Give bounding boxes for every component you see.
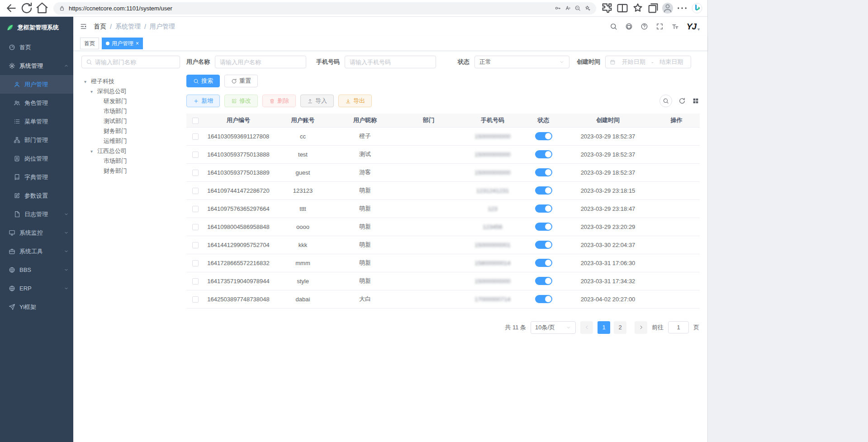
extensions-icon[interactable] xyxy=(601,2,613,14)
dept-search-field[interactable] xyxy=(95,59,175,66)
tree-expand-icon[interactable]: ▾ xyxy=(90,89,97,94)
help-icon[interactable] xyxy=(640,23,648,30)
home-icon[interactable] xyxy=(35,2,49,14)
user-avatar[interactable]: YJ ▾ xyxy=(687,22,699,32)
date-range-picker[interactable]: 开始日期 - 结束日期 xyxy=(605,56,691,68)
status-toggle[interactable] xyxy=(535,150,552,158)
github-icon[interactable] xyxy=(625,23,633,30)
reset-button[interactable]: 重置 xyxy=(224,75,258,87)
refresh-icon[interactable] xyxy=(20,2,33,14)
tab-用户管理[interactable]: 用户管理× xyxy=(102,38,143,49)
phone-input[interactable] xyxy=(345,56,436,68)
page-size-select[interactable]: 10条/页 xyxy=(531,321,576,334)
tree-node[interactable]: 财务部门 xyxy=(81,166,180,176)
row-checkbox[interactable] xyxy=(192,206,199,212)
zoom-icon[interactable] xyxy=(574,5,581,11)
password-key-icon[interactable] xyxy=(555,5,561,11)
sidebar-item-monitor[interactable]: 系统监控 xyxy=(0,223,73,242)
import-button[interactable]: 导入 xyxy=(300,95,334,107)
phone-field[interactable] xyxy=(350,59,431,66)
delete-button[interactable]: 删除 xyxy=(262,95,296,107)
refresh-table-icon[interactable] xyxy=(678,97,686,105)
columns-grid-icon[interactable] xyxy=(692,97,699,105)
page-button-2[interactable]: 2 xyxy=(614,321,626,334)
sidebar-item-dept[interactable]: 部门管理 xyxy=(0,131,73,149)
status-select[interactable]: 正常 xyxy=(474,56,569,68)
sidebar-item-erp[interactable]: ERP xyxy=(0,279,73,298)
tab-close-icon[interactable]: × xyxy=(136,40,139,47)
status-toggle[interactable] xyxy=(535,132,552,140)
sidebar-item-menu[interactable]: 菜单管理 xyxy=(0,112,73,131)
prev-page-icon[interactable] xyxy=(580,321,593,334)
dept-search-input[interactable] xyxy=(81,56,180,68)
status-toggle[interactable] xyxy=(535,259,552,267)
row-checkbox[interactable] xyxy=(192,152,199,158)
row-checkbox[interactable] xyxy=(192,224,199,230)
row-checkbox[interactable] xyxy=(192,278,199,285)
add-button[interactable]: 新增 xyxy=(186,95,220,107)
toggle-search-icon[interactable] xyxy=(659,95,672,107)
tree-expand-icon[interactable]: ▾ xyxy=(90,149,97,154)
tree-node[interactable]: ▾橙子科技 xyxy=(81,76,180,86)
tree-expand-icon[interactable]: ▾ xyxy=(84,79,91,84)
sidebar-item-bbs[interactable]: BBS xyxy=(0,261,73,279)
status-toggle[interactable] xyxy=(535,204,552,213)
sidebar-item-param[interactable]: 参数设置 xyxy=(0,186,73,205)
export-button[interactable]: 导出 xyxy=(338,95,372,107)
sidebar-item-system[interactable]: 系统管理 xyxy=(0,57,73,75)
address-bar[interactable]: https://ccnetcore.com:1101/system/user xyxy=(53,2,596,14)
search-icon[interactable] xyxy=(610,23,617,30)
tree-node[interactable]: ▾深圳总公司 xyxy=(81,86,180,96)
breadcrumb-item[interactable]: 首页 xyxy=(94,23,106,31)
row-checkbox[interactable] xyxy=(192,296,199,303)
tree-node[interactable]: 运维部门 xyxy=(81,136,180,146)
sidebar-item-yi-frame[interactable]: Yi框架 xyxy=(0,298,73,316)
collections-icon[interactable] xyxy=(647,2,659,14)
fullscreen-icon[interactable] xyxy=(656,23,664,30)
split-screen-icon[interactable] xyxy=(616,2,629,14)
tree-node[interactable]: 市场部门 xyxy=(81,106,180,116)
row-checkbox[interactable] xyxy=(192,260,199,266)
sidebar-item-dict[interactable]: 字典管理 xyxy=(0,168,73,186)
tree-node[interactable]: 测试部门 xyxy=(81,116,180,126)
sidebar-item-user[interactable]: 用户管理 xyxy=(0,75,73,94)
search-button[interactable]: 搜索 xyxy=(186,75,220,87)
sidebar-item-log[interactable]: 日志管理 xyxy=(0,205,73,223)
select-all-checkbox[interactable] xyxy=(192,118,199,124)
bing-chat-icon[interactable] xyxy=(691,2,703,14)
add-favorite-icon[interactable] xyxy=(584,5,591,11)
back-icon[interactable] xyxy=(5,2,18,14)
username-input[interactable] xyxy=(215,56,306,68)
sidebar-item-role[interactable]: 角色管理 xyxy=(0,94,73,112)
favorites-icon[interactable] xyxy=(631,2,644,14)
username-field[interactable] xyxy=(220,59,301,66)
tree-node[interactable]: ▾江西总公司 xyxy=(81,146,180,156)
row-checkbox[interactable] xyxy=(192,242,199,248)
sidebar-item-home[interactable]: 首页 xyxy=(0,38,73,57)
status-toggle[interactable] xyxy=(535,295,552,303)
status-toggle[interactable] xyxy=(535,277,552,285)
tree-node[interactable]: 市场部门 xyxy=(81,156,180,166)
status-toggle[interactable] xyxy=(535,241,552,249)
row-checkbox[interactable] xyxy=(192,188,199,194)
goto-page-input[interactable] xyxy=(668,321,689,333)
font-size-icon[interactable] xyxy=(671,23,679,30)
browser-menu-icon[interactable] xyxy=(676,2,688,14)
read-aloud-icon[interactable] xyxy=(564,5,571,11)
next-page-icon[interactable] xyxy=(635,321,647,334)
edit-button[interactable]: 修改 xyxy=(224,95,258,107)
fold-sidebar-icon[interactable] xyxy=(80,23,87,30)
status-toggle[interactable] xyxy=(535,168,552,176)
row-checkbox[interactable] xyxy=(192,133,199,140)
table-row: 1641735719040978944style萌新15000000000202… xyxy=(186,272,700,290)
page-button-1[interactable]: 1 xyxy=(598,321,610,334)
sidebar-item-post[interactable]: 岗位管理 xyxy=(0,149,73,168)
tree-node[interactable]: 研发部门 xyxy=(81,96,180,106)
tab-首页[interactable]: 首页 xyxy=(80,38,99,49)
browser-profile-avatar[interactable] xyxy=(662,3,673,14)
tree-node[interactable]: 财务部门 xyxy=(81,126,180,136)
status-toggle[interactable] xyxy=(535,223,552,231)
sidebar-item-tools[interactable]: 系统工具 xyxy=(0,242,73,261)
row-checkbox[interactable] xyxy=(192,170,199,176)
status-toggle[interactable] xyxy=(535,186,552,195)
